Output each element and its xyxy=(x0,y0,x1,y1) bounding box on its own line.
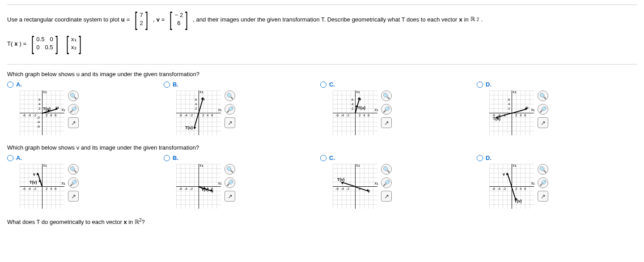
q1-options: A. x₂ x₁ 2 4 6 -6 -4 -2 2 4 6 -2 -4 -6 xyxy=(7,81,637,135)
tick: 6 xyxy=(352,98,353,102)
q2-option-c: C. x₂ x₁ 2 -6 -4 -2 v T(v) 🔍 🔎 ↗ xyxy=(320,155,454,209)
zoom-out-icon[interactable]: 🔎 xyxy=(225,104,235,115)
tick: 4 xyxy=(50,113,52,117)
q3-text-b: in xyxy=(127,219,135,225)
zoom-in-icon[interactable]: 🔍 xyxy=(381,164,392,175)
graph-q2-b[interactable]: x₂ x₁ 2 4 6 -6 -4 -2 v T(v) xyxy=(176,164,221,209)
graph-q1-a[interactable]: x₂ x₁ 2 4 6 -6 -4 -2 2 4 6 -2 -4 -6 u T(… xyxy=(20,90,64,135)
radio-q2-d[interactable] xyxy=(477,155,483,161)
zoom-out-icon[interactable]: 🔎 xyxy=(68,177,79,188)
tick: 4 xyxy=(38,102,40,106)
tick: -6 xyxy=(179,187,182,191)
zoom-in-icon[interactable]: 🔍 xyxy=(538,164,548,175)
label-q2-d: D. xyxy=(486,155,491,161)
axis-x-label: x₁ xyxy=(531,181,535,185)
zoom-out-icon[interactable]: 🔎 xyxy=(68,104,79,115)
graph-q1-b[interactable]: x₂ x₁ 2 4 6 -6 -4 -2 2 4 6 u T(u) xyxy=(176,90,221,135)
popout-icon[interactable]: ↗ xyxy=(68,191,79,202)
radio-q1-a[interactable] xyxy=(7,82,13,88)
axis-y-label: x₂ xyxy=(356,163,360,168)
xcol-2: x₂ xyxy=(71,43,76,52)
graph-q2-c[interactable]: x₂ x₁ 2 -6 -4 -2 v T(v) xyxy=(333,164,377,209)
tick: -2 xyxy=(346,187,349,191)
tick: -2 xyxy=(190,187,193,191)
T-r1c1: 0.5 xyxy=(36,35,44,43)
axis-x-label: x₁ xyxy=(375,181,379,185)
q2-option-d: D. x₂ x₁ 2 4 6 -6 -4 -2 v T(v) 🔍 🔎 ↗ xyxy=(477,155,611,209)
tick: -4 xyxy=(497,187,500,191)
tick: 2 xyxy=(202,113,204,117)
intro-text-b: , and their images under the given trans… xyxy=(193,16,457,23)
radio-q1-b[interactable] xyxy=(164,82,170,88)
vec-u: u xyxy=(202,97,205,101)
tick: 2 xyxy=(515,113,517,117)
axis-x-label: x₁ xyxy=(218,107,222,112)
radio-q1-c[interactable] xyxy=(320,82,326,88)
label-q1-b: B. xyxy=(173,81,178,88)
graph-q1-c[interactable]: x₂ x₁ 2 4 6 -6 -4 -2 2 4 6 u T(u) xyxy=(333,90,377,135)
radio-q2-b[interactable] xyxy=(164,155,170,161)
q2-option-a: A. x₂ x₁ 2 4 6 -6 -4 -2 v T(v) 🔍 🔎 ↗ xyxy=(7,155,141,209)
graph-q2-a[interactable]: x₂ x₁ 2 4 6 -6 -4 -2 v T(v) xyxy=(20,164,64,209)
vec-u: u xyxy=(56,105,59,110)
popout-icon[interactable]: ↗ xyxy=(538,191,548,202)
tick: -4 xyxy=(341,113,344,117)
zoom-in-icon[interactable]: 🔍 xyxy=(225,90,235,101)
radio-q2-a[interactable] xyxy=(7,155,13,161)
radio-q1-d[interactable] xyxy=(477,82,483,88)
matrix-T: [ 0.50 00.5 ] xyxy=(30,34,59,53)
axis-y-label: x₂ xyxy=(199,90,203,94)
comma: , xyxy=(153,16,155,23)
tick: 6 xyxy=(524,187,526,191)
tick: -2 xyxy=(503,187,506,191)
zoom-out-icon[interactable]: 🔎 xyxy=(381,104,392,115)
tick: -2 xyxy=(190,113,193,117)
real-symbol: ℝ xyxy=(470,16,475,23)
tick: -6 xyxy=(22,187,25,191)
zoom-out-icon[interactable]: 🔎 xyxy=(538,104,548,115)
vec-v: v xyxy=(211,189,213,193)
graph-q1-d[interactable]: x₂ x₁ 2 4 6 -6 -4 -2 2 4 6 u T(u) xyxy=(489,90,534,135)
popout-icon[interactable]: ↗ xyxy=(225,191,235,202)
zoom-out-icon[interactable]: 🔎 xyxy=(381,177,392,188)
question-2: Which graph below shows v and its image … xyxy=(7,144,637,151)
zoom-in-icon[interactable]: 🔍 xyxy=(68,164,79,175)
vec-Tv: T(v) xyxy=(201,187,209,192)
xcol-1: x₁ xyxy=(71,35,76,43)
popout-icon[interactable]: ↗ xyxy=(225,117,235,128)
tick: -4 xyxy=(28,113,31,117)
zoom-in-icon[interactable]: 🔍 xyxy=(538,90,548,101)
graph-tools: 🔍 🔎 ↗ xyxy=(381,164,392,202)
popout-icon[interactable]: ↗ xyxy=(68,117,79,128)
zoom-in-icon[interactable]: 🔍 xyxy=(225,164,235,175)
axis-x-label: x₁ xyxy=(62,181,66,185)
popout-icon[interactable]: ↗ xyxy=(381,117,392,128)
tick: -4 xyxy=(37,120,40,124)
T-r2c2: 0.5 xyxy=(45,43,53,52)
popout-icon[interactable]: ↗ xyxy=(381,191,392,202)
tick: 2 xyxy=(515,187,517,191)
tick: 4 xyxy=(195,102,197,106)
graph-q2-d[interactable]: x₂ x₁ 2 4 6 -6 -4 -2 v T(v) xyxy=(489,164,534,209)
tick: 4 xyxy=(363,113,365,117)
question-3: What does T do geometrically to each vec… xyxy=(7,218,637,226)
radio-q2-c[interactable] xyxy=(320,155,326,161)
axis-y-label: x₂ xyxy=(356,90,360,94)
zoom-out-icon[interactable]: 🔎 xyxy=(225,177,235,188)
tick: 2 xyxy=(195,107,197,111)
axis-y-label: x₂ xyxy=(199,163,203,168)
vec-Tu: T(u) xyxy=(185,125,193,130)
graph-tools: 🔍 🔎 ↗ xyxy=(381,90,392,128)
tick: 2 xyxy=(508,107,510,111)
q3-x: x xyxy=(123,219,127,225)
tick: 6 xyxy=(55,187,56,191)
popout-icon[interactable]: ↗ xyxy=(538,117,548,128)
zoom-in-icon[interactable]: 🔍 xyxy=(68,90,79,101)
graph-tools: 🔍 🔎 ↗ xyxy=(538,164,548,202)
tick: -6 xyxy=(37,125,40,129)
zoom-out-icon[interactable]: 🔎 xyxy=(538,177,548,188)
zoom-in-icon[interactable]: 🔍 xyxy=(381,90,392,101)
tick: 6 xyxy=(55,113,56,117)
vec-u: u xyxy=(526,105,529,110)
equals-2: = xyxy=(161,16,165,23)
